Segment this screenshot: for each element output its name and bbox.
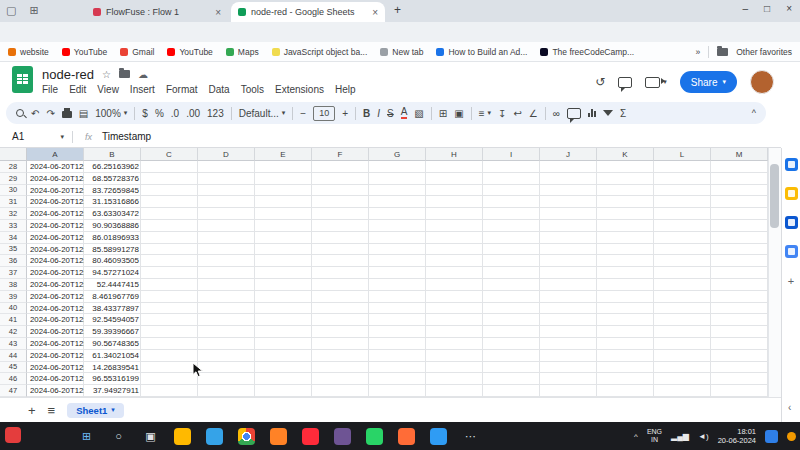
- menu-item[interactable]: Help: [335, 84, 356, 95]
- cell-timestamp[interactable]: 2024-06-20T12:: [27, 267, 84, 279]
- insert-comment-icon[interactable]: [567, 108, 581, 119]
- cell-timestamp[interactable]: 2024-06-20T12:: [27, 196, 84, 208]
- cell-value[interactable]: 31.15316866: [84, 196, 141, 208]
- scrollbar-thumb[interactable]: [770, 164, 779, 228]
- cell-value[interactable]: 96.55316199: [84, 373, 141, 385]
- hide-menus-icon[interactable]: ^: [752, 108, 756, 118]
- bookmarks-overflow-icon[interactable]: »: [696, 47, 701, 57]
- column-header[interactable]: F: [312, 148, 369, 161]
- cell-value[interactable]: 90.90368886: [84, 220, 141, 232]
- cell-timestamp[interactable]: 2024-06-20T12:: [27, 208, 84, 220]
- row-number[interactable]: 28: [0, 161, 27, 173]
- add-sheet-button[interactable]: +: [28, 403, 36, 418]
- font-select[interactable]: Default...▾: [239, 108, 286, 119]
- bookmark-item[interactable]: How to Build an Ad...: [436, 47, 527, 57]
- taskbar-app-icon[interactable]: [206, 428, 223, 445]
- tabstrip-icon[interactable]: ▢: [6, 4, 16, 16]
- functions-button[interactable]: Σ: [620, 108, 626, 119]
- row-number[interactable]: 30: [0, 185, 27, 197]
- doc-title[interactable]: node-red: [42, 67, 94, 82]
- text-color-button[interactable]: A: [401, 107, 408, 119]
- maximize-button[interactable]: □: [764, 3, 770, 14]
- taskbar-app-icon[interactable]: [334, 428, 351, 445]
- tab-flowfuse[interactable]: FlowFuse : Flow 1 ×: [86, 2, 228, 22]
- redo-button[interactable]: ↷: [46, 108, 54, 119]
- cell-timestamp[interactable]: 2024-06-20T12:: [27, 279, 84, 291]
- row-number[interactable]: 39: [0, 291, 27, 303]
- cell-value[interactable]: 94.57271024: [84, 267, 141, 279]
- column-header[interactable]: A: [27, 148, 84, 161]
- taskbar-app-icon[interactable]: [302, 428, 319, 445]
- menu-item[interactable]: View: [97, 84, 119, 95]
- cell-value[interactable]: 38.43377897: [84, 303, 141, 315]
- taskbar-app-icon[interactable]: ⊞: [78, 428, 95, 445]
- side-panel-icon[interactable]: +: [785, 274, 798, 287]
- insert-link-button[interactable]: ∞: [553, 108, 560, 119]
- cell-value[interactable]: 14.26839541: [84, 362, 141, 374]
- cell-timestamp[interactable]: 2024-06-20T12:: [27, 173, 84, 185]
- menu-item[interactable]: Tools: [241, 84, 264, 95]
- fill-color-button[interactable]: ▧: [414, 108, 423, 119]
- decrease-font-button[interactable]: −: [300, 108, 306, 119]
- cell-value[interactable]: 83.72659845: [84, 185, 141, 197]
- cell-value[interactable]: 37.94927911: [84, 385, 141, 397]
- cell-value[interactable]: 92.54594057: [84, 314, 141, 326]
- comments-icon[interactable]: [618, 77, 632, 88]
- bookmark-item[interactable]: YouTube: [62, 47, 107, 57]
- cell-timestamp[interactable]: 2024-06-20T12:: [27, 232, 84, 244]
- merge-cells-button[interactable]: ▣: [454, 108, 463, 119]
- cell-value[interactable]: 85.58991278: [84, 244, 141, 256]
- cell-timestamp[interactable]: 2024-06-20T12:: [27, 244, 84, 256]
- row-number[interactable]: 37: [0, 267, 27, 279]
- chevron-down-icon[interactable]: ▾: [722, 78, 726, 86]
- cell-value[interactable]: 66.25163962: [84, 161, 141, 173]
- share-button[interactable]: Share ▾: [680, 71, 737, 93]
- print-icon[interactable]: [62, 111, 72, 118]
- create-filter-icon[interactable]: [603, 110, 613, 116]
- tab-google-sheets[interactable]: node-red - Google Sheets ×: [231, 2, 385, 22]
- undo-button[interactable]: ↶: [31, 108, 39, 119]
- cell-timestamp[interactable]: 2024-06-20T12:: [27, 326, 84, 338]
- bookmark-item[interactable]: Maps: [226, 47, 259, 57]
- taskbar-app-icon[interactable]: [366, 428, 383, 445]
- cell-timestamp[interactable]: 2024-06-20T12:: [27, 350, 84, 362]
- screen-recorder-icon[interactable]: [5, 427, 21, 443]
- close-button[interactable]: ×: [786, 3, 792, 14]
- row-number[interactable]: 32: [0, 208, 27, 220]
- cell-timestamp[interactable]: 2024-06-20T12:: [27, 255, 84, 267]
- increase-font-button[interactable]: +: [342, 108, 348, 119]
- side-panel-icon[interactable]: [785, 158, 798, 171]
- menu-item[interactable]: Format: [166, 84, 198, 95]
- other-favorites-button[interactable]: Other favorites: [736, 47, 792, 57]
- borders-button[interactable]: ⊞: [439, 108, 447, 119]
- cell-timestamp[interactable]: 2024-06-20T12:: [27, 303, 84, 315]
- cell-timestamp[interactable]: 2024-06-20T12:: [27, 220, 84, 232]
- bookmark-item[interactable]: YouTube: [167, 47, 212, 57]
- close-tab-icon[interactable]: ×: [372, 7, 378, 18]
- bookmark-item[interactable]: New tab: [380, 47, 423, 57]
- clock[interactable]: 18:01 20-06-2024: [718, 427, 756, 445]
- bookmark-item[interactable]: website: [8, 47, 49, 57]
- minimize-button[interactable]: –: [743, 3, 749, 14]
- menu-item[interactable]: Insert: [130, 84, 155, 95]
- cell-timestamp[interactable]: 2024-06-20T12:: [27, 385, 84, 397]
- cell-timestamp[interactable]: 2024-06-20T12:: [27, 373, 84, 385]
- move-folder-icon[interactable]: [119, 70, 130, 78]
- network-icon[interactable]: ▂▄▆: [671, 432, 689, 441]
- taskbar-app-icon[interactable]: [238, 428, 255, 445]
- cell-value[interactable]: 52.4447415: [84, 279, 141, 291]
- column-header[interactable]: C: [141, 148, 198, 161]
- taskbar-app-icon[interactable]: ▣: [142, 428, 159, 445]
- font-size-field[interactable]: 10: [313, 106, 335, 121]
- cell-value[interactable]: 8.461967769: [84, 291, 141, 303]
- row-number[interactable]: 35: [0, 244, 27, 256]
- tabstrip-icon[interactable]: ⊞: [29, 4, 38, 16]
- column-header[interactable]: B: [84, 148, 141, 161]
- text-wrap-button[interactable]: ↩: [513, 108, 521, 119]
- row-number[interactable]: 42: [0, 326, 27, 338]
- column-header[interactable]: G: [369, 148, 426, 161]
- new-tab-button[interactable]: +: [394, 3, 401, 17]
- language-indicator[interactable]: ENG IN: [647, 428, 662, 444]
- column-header[interactable]: H: [426, 148, 483, 161]
- bookmark-item[interactable]: JavaScript object ba...: [272, 47, 368, 57]
